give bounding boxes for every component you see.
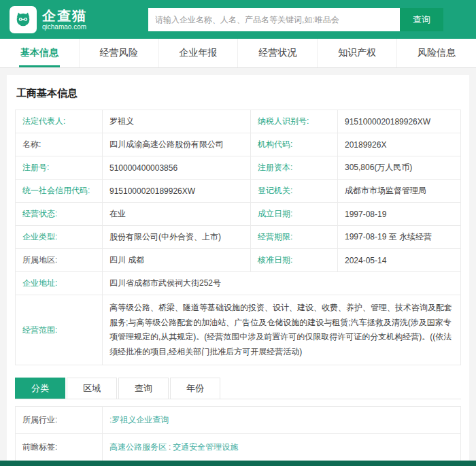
value-business-scope: 高等级公路、桥梁、隧道等基础设施的投资、设计、建设、收费、养护、管理、技术咨询及… — [103, 295, 461, 365]
search-bar: 查询 — [148, 8, 443, 31]
tags-table: 所属行业: :罗祖义企业查询 前瞻标签: 高速公路服务区:交通安全管理设施 展会… — [15, 406, 461, 466]
value-registration-number: 510000400003856 — [103, 156, 251, 180]
label-credit-code: 统一社会信用代码: — [16, 180, 103, 203]
label-foresight-tags: 前瞻标签: — [16, 434, 103, 461]
value-taxpayer-id: 9151000020189926XW — [338, 110, 461, 133]
label-operating-status: 经营状态: — [16, 203, 103, 226]
brand-domain: qichamao.com — [42, 23, 87, 31]
label-approval-date: 核准日期: — [251, 249, 338, 272]
label-company-address: 企业地址: — [16, 272, 103, 295]
value-industry: :罗祖义企业查询 — [103, 407, 461, 434]
industry-link[interactable]: :罗祖义企业查询 — [109, 415, 169, 425]
value-org-code: 20189926X — [338, 133, 461, 156]
table-row: 统一社会信用代码: 9151000020189926XW 登记机关: 成都市市场… — [16, 180, 461, 203]
label-org-code: 机构代码: — [251, 133, 338, 156]
value-approval-date: 2024-05-14 — [338, 249, 461, 272]
table-row: 经营状态: 在业 成立日期: 1997-08-19 — [16, 203, 461, 226]
label-taxpayer-id: 纳税人识别号: — [251, 110, 338, 133]
value-credit-code: 9151000020189926XW — [103, 180, 251, 203]
main-nav: 基本信息 经营风险 企业年报 经营状况 知识产权 风险信息 — [0, 39, 476, 68]
label-establishment-date: 成立日期: — [251, 203, 338, 226]
top-header: 企查猫 qichamao.com 查询 — [0, 0, 476, 39]
content-card: 工商基本信息 法定代表人: 罗祖义 纳税人识别号: 91510000201899… — [7, 75, 469, 466]
table-row: 所属行业: :罗祖义企业查询 — [16, 407, 461, 434]
search-button[interactable]: 查询 — [400, 8, 443, 31]
label-registered-capital: 注册资本: — [251, 156, 338, 180]
label-region: 所属地区: — [16, 249, 103, 272]
table-row: 法定代表人: 罗祖义 纳税人识别号: 9151000020189926XW — [16, 110, 461, 133]
filter-tabs: 分类 区域 查询 年份 — [15, 378, 461, 399]
filter-tab-year[interactable]: 年份 — [170, 378, 220, 399]
brand-text: 企查猫 qichamao.com — [42, 8, 87, 31]
filter-tab-region[interactable]: 区域 — [67, 378, 117, 399]
value-registration-authority: 成都市市场监督管理局 — [338, 180, 461, 203]
table-row: 企业类型: 股份有限公司(中外合资、上市) 经营期限: 1997-08-19 至… — [16, 226, 461, 249]
tab-operating-status[interactable]: 经营状况 — [238, 39, 318, 67]
value-company-name: 四川成渝高速公路股份有限公司 — [103, 133, 251, 156]
tab-operating-risk[interactable]: 经营风险 — [80, 39, 159, 67]
table-row: 注册号: 510000400003856 注册资本: 305,806(万人民币) — [16, 156, 461, 180]
footer-bar — [0, 461, 476, 466]
tab-basic-info[interactable]: 基本信息 — [0, 39, 80, 67]
tab-intellectual-property[interactable]: 知识产权 — [318, 39, 397, 67]
table-row: 前瞻标签: 高速公路服务区:交通安全管理设施 — [16, 434, 461, 461]
table-row: 企业地址: 四川省成都市武侯祠大街252号 — [16, 272, 461, 295]
section-title: 工商基本信息 — [16, 87, 461, 100]
tab-annual-report[interactable]: 企业年报 — [159, 39, 239, 67]
label-company-type: 企业类型: — [16, 226, 103, 249]
cat-logo-icon — [10, 6, 37, 33]
tab-risk-info[interactable]: 风险信息 — [397, 39, 476, 67]
foresight-tag-link[interactable]: 交通安全管理设施 — [173, 442, 238, 452]
value-company-address: 四川省成都市武侯祠大街252号 — [103, 272, 461, 295]
label-registration-authority: 登记机关: — [251, 180, 338, 203]
label-company-name: 名称: — [16, 133, 103, 156]
value-legal-representative: 罗祖义 — [103, 110, 251, 133]
tag-separator: : — [169, 442, 171, 452]
value-region: 四川 成都 — [103, 249, 251, 272]
table-row: 所属地区: 四川 成都 核准日期: 2024-05-14 — [16, 249, 461, 272]
label-legal-representative: 法定代表人: — [16, 110, 103, 133]
value-business-term: 1997-08-19 至 永续经营 — [338, 226, 461, 249]
filter-tab-category[interactable]: 分类 — [15, 378, 65, 399]
value-registered-capital: 305,806(万人民币) — [338, 156, 461, 180]
brand-name: 企查猫 — [42, 8, 87, 23]
label-industry: 所属行业: — [16, 407, 103, 434]
value-establishment-date: 1997-08-19 — [338, 203, 461, 226]
value-operating-status: 在业 — [103, 203, 251, 226]
table-row: 经营范围: 高等级公路、桥梁、隧道等基础设施的投资、设计、建设、收费、养护、管理… — [16, 295, 461, 365]
value-foresight-tags: 高速公路服务区:交通安全管理设施 — [103, 434, 461, 461]
filter-tab-query[interactable]: 查询 — [118, 378, 169, 399]
foresight-tag-link[interactable]: 高速公路服务区 — [109, 442, 167, 452]
table-row: 名称: 四川成渝高速公路股份有限公司 机构代码: 20189926X — [16, 133, 461, 156]
label-business-scope: 经营范围: — [16, 295, 103, 365]
label-business-term: 经营期限: — [251, 226, 338, 249]
label-registration-number: 注册号: — [16, 156, 103, 180]
business-info-table: 法定代表人: 罗祖义 纳税人识别号: 9151000020189926XW 名称… — [15, 110, 461, 365]
brand-logo[interactable]: 企查猫 qichamao.com — [10, 6, 87, 33]
search-input[interactable] — [148, 8, 400, 31]
value-company-type: 股份有限公司(中外合资、上市) — [103, 226, 251, 249]
